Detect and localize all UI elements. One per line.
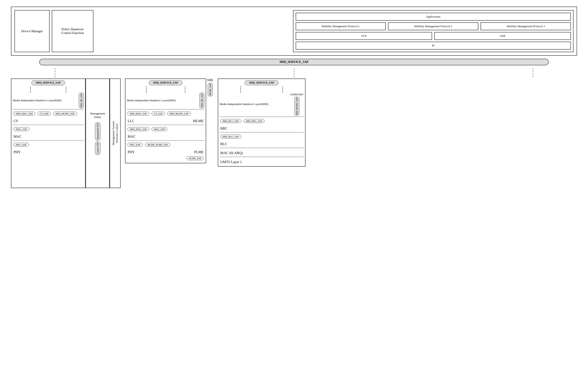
device-manager-label: Device Manager <box>21 29 43 33</box>
gmm-sm-group: GMM/SM+ MIH_MGMT_SAP <box>290 93 304 116</box>
dashed-line-1 <box>55 68 55 77</box>
mih-sap-text-8021: MIH_SERVICE_SAP <box>36 81 61 84</box>
mih-me-sap-8021: MIH_ME_SAP <box>79 93 84 108</box>
mlme-sap-pill: MLME_SAP <box>208 83 213 96</box>
ip-label: IP <box>432 44 435 47</box>
line-mac-80216 <box>127 140 204 141</box>
dashed-connectors <box>11 68 577 77</box>
sme-label: SME <box>207 79 213 82</box>
mih-layer-text-umts: Media Independent Handover Layer(MIH) <box>220 102 269 106</box>
page-container: Device Manager Policy Handover Control F… <box>4 4 584 190</box>
cs-sap-8021: CS_SAP <box>38 112 51 116</box>
mih-mac-sap-80216: MIH_MAC_SAP <box>127 112 149 116</box>
phy-label-80216: PHY <box>127 148 136 155</box>
global-mih-sap-container: MIH_SERVICE_SAP <box>11 58 577 67</box>
mih-mgmt-sap-8021: MIH_MGMT_SAP <box>53 112 77 116</box>
saps-row-8021: MIH_MAC_SAP CS_SAP MIH_MGMT_SAP <box>13 110 84 117</box>
mih-sap-header-umts: MIH_SERVICE_SAP <box>220 80 304 85</box>
phy-layer: PHY <box>13 148 84 155</box>
phy-sap-row: PHY_SAP <box>13 141 84 148</box>
rrc-label: RRC <box>220 124 304 131</box>
rrc-layer: RRC <box>220 124 304 132</box>
mih-mgmt-sap-80216: MIH_MGMT_SAP <box>167 112 191 116</box>
line-rlc <box>220 148 304 148</box>
ieee80216-subsystem: MIH_SERVICE_SAP Media Independent Handov… <box>125 79 206 163</box>
connector-pills: Management SAP Control SAP <box>95 122 101 155</box>
protocol-box-1: Mobility Management Protocol 1 <box>296 22 386 30</box>
mih-sap-pill-8021: MIH_SERVICE_SAP <box>31 80 65 85</box>
line-under-cs <box>13 125 84 125</box>
cs-sap-80216: CS_SAP <box>151 112 165 116</box>
dashed-inner-umts <box>220 86 304 93</box>
tcp-box: TCP <box>296 32 432 40</box>
management-entity-box: Management Entity Management SAP Control… <box>85 79 110 188</box>
udp-box: UDP <box>434 32 571 40</box>
ieee80211-group: MIH_SERVICE_SAP Media Independent Handov… <box>11 79 121 188</box>
phy-label-8021: PHY <box>13 148 84 155</box>
line-mac-harq <box>220 157 304 157</box>
pline-sap: PLINE_SAP <box>187 156 204 160</box>
phy-plme-row: PHY PLME <box>127 148 204 155</box>
dashed-inner-8021 <box>13 86 84 93</box>
mac-saps-row-80216: MIH_MAC_SAP MAC_SAP <box>127 126 204 132</box>
global-mih-sap-label: MIH_SERVICE_SAP <box>280 60 309 63</box>
cs-layer: CS <box>13 117 84 125</box>
protocol-1-label: Mobility Management Protocol 1 <box>322 24 360 28</box>
mac-harq-label: MAC (H-ARQ) <box>220 149 304 156</box>
mih-sap-header-8021: MIH_SERVICE_SAP <box>13 80 84 85</box>
left-boxes: Device Manager Policy Handover Control F… <box>15 10 290 52</box>
bottom-section: MIH_SERVICE_SAP Media Independent Handov… <box>11 79 577 188</box>
rlc-label: RLC <box>220 140 304 147</box>
mgmt-entity-label: Management Entity <box>90 112 105 119</box>
mih-layer-text-80216: Media Independent Handover Layer(MIH) <box>127 99 176 102</box>
dashed-80216-2 <box>185 86 185 93</box>
mih-rrc-sap-umts: MIH_RRC_SAP <box>243 119 265 123</box>
ncms-box: Network ControlManagement System <box>110 79 121 188</box>
dashed-umts-1 <box>240 86 241 93</box>
mih-sap-pill-80216: MIH_SERVICE_SAP <box>149 80 183 85</box>
protocol-box-3: Mobility Management Protocol 3 <box>481 22 571 30</box>
dashed-inner-80216 <box>127 86 204 93</box>
tcp-label: TCP <box>361 34 366 38</box>
umts-layer1: UMTS Layer 1 <box>220 158 304 165</box>
ieee80216-group: MIH_SERVICE_SAP Media Independent Handov… <box>125 79 213 163</box>
mac-sap-8021: MAC_SAP <box>13 127 29 131</box>
rlc-layer: RLC <box>220 140 304 148</box>
mac-harq-layer: MAC (H-ARQ) <box>220 149 304 157</box>
llc-mlme-row: LLC MLME <box>127 117 204 124</box>
ip-box: IP <box>296 42 571 50</box>
dashed-line-2 <box>294 68 294 77</box>
gmm-sm-label: GMM/SM+ <box>290 93 304 96</box>
saps-row-umts: MIH_RLC_SAP MIH_RRC_SAP <box>220 118 304 124</box>
dashed-umts-2 <box>282 86 283 93</box>
protocols-area: Applications Mobility Management Protoco… <box>293 10 574 52</box>
mac-layer: MAC <box>13 132 84 141</box>
mac-layer-80216: MAC <box>127 132 204 141</box>
mih-sap-pill-umts: MIH_SERVICE_SAP <box>245 80 278 85</box>
policy-label: Policy Handover Control Function <box>62 27 84 35</box>
mih-layer-row-80216: Media Independent Handover Layer(MIH) MI… <box>127 93 204 109</box>
phy-sap-8021: PHY_SAP <box>13 143 29 147</box>
top-outer-box: Device Manager Policy Handover Control F… <box>11 7 577 56</box>
mac-sap-row: MAC_SAP <box>13 126 84 132</box>
umts-subsystem: MIH_SERVICE_SAP Media Independent Handov… <box>218 79 306 167</box>
protocol-box-2: Mobility Management Protocol 2 <box>388 22 478 30</box>
mih-layer-row-8021: Media Independent Handover Layer(MIH) MI… <box>13 93 84 109</box>
line-rrc <box>220 132 304 132</box>
mih-sap-header-80216: MIH_SERVICE_SAP <box>127 80 204 85</box>
mlme-plme-sap: MLME_PLME_SAP <box>145 143 170 147</box>
mac-sap-80216: MAC_SAP <box>151 127 168 131</box>
cs-label: CS <box>13 117 84 124</box>
protocol-2-label: Mobility Management Protocol 2 <box>414 24 452 28</box>
phy-sap-80216: PHY_SAP <box>127 143 143 147</box>
dashed-line-3 <box>533 68 533 77</box>
mih-rlc-sap2-umts: MIH_RLC_SAP <box>220 135 241 139</box>
mih-rlc-row2: MIH_RLC_SAP <box>220 133 304 140</box>
plme-label: PLME <box>193 148 204 155</box>
pline-row: PLINE_SAP <box>127 155 204 161</box>
mih-sap-text-80216: MIH_SERVICE_SAP <box>153 81 178 84</box>
mih-me-sap-80216: MIH_ME_SAP <box>199 93 204 108</box>
applications-label: Applications <box>426 15 441 18</box>
dashed-80216-1 <box>146 86 147 93</box>
mlme-label: MLME <box>192 117 204 124</box>
